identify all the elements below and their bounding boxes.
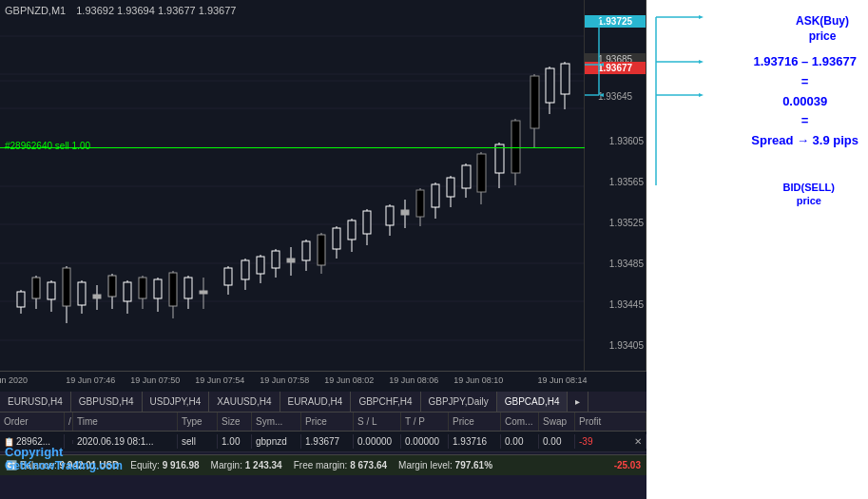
tab-eurusd[interactable]: EURUSD,H4 [0, 392, 71, 412]
bid-price-box: 1.93677 [585, 62, 646, 74]
svg-rect-61 [416, 190, 424, 217]
spread-line1: 1.93716 – 1.93677 [751, 52, 858, 72]
svg-rect-39 [241, 260, 249, 279]
col-type: Type [178, 413, 218, 431]
svg-rect-23 [108, 276, 116, 297]
y-label-1: 1.93605 [609, 136, 644, 146]
cell-comm: 0.00 [501, 434, 539, 449]
sell-order-label: #28962640 sell 1.00 [5, 141, 90, 151]
x-label-7: 19 Jun 08:10 [453, 375, 503, 385]
y-label-2: 1.93565 [609, 177, 644, 187]
col-cur-price: Price [449, 413, 501, 431]
copyright-text: Copyright [5, 445, 123, 459]
svg-rect-47 [302, 241, 310, 260]
tab-gbpchf[interactable]: GBPCHF,H4 [351, 392, 420, 412]
col-time: Time [73, 413, 178, 431]
svg-rect-29 [154, 279, 162, 298]
ohlc-values: 1.93692 1.93694 1.93677 1.93677 [76, 5, 236, 16]
svg-rect-35 [200, 291, 207, 294]
symbol-label: GBPNZD,M1 [5, 5, 66, 16]
tab-xauusd[interactable]: XAUUSD,H4 [209, 392, 280, 412]
cell-sort [65, 440, 73, 444]
svg-rect-11 [17, 292, 25, 307]
y-label-5: 1.93445 [609, 298, 644, 309]
cell-profit: -39 ✕ [575, 434, 646, 449]
svg-rect-17 [63, 268, 70, 306]
spread-line2: = [751, 72, 858, 92]
right-panel: ASK(Buy)price 1.93716 – 1.93677 = 0.0003… [646, 0, 868, 499]
tab-usdjpy[interactable]: USDJPY,H4 [143, 392, 210, 412]
x-axis: 9 Jun 2020 19 Jun 07:46 19 Jun 07:50 19 … [0, 371, 646, 392]
y-label-4: 1.93485 [609, 258, 644, 268]
bid-label: BID(SELL)price [783, 181, 835, 208]
svg-rect-71 [495, 144, 504, 173]
x-label-4: 19 Jun 07:58 [260, 375, 309, 385]
y-label-6: 1.93405 [609, 339, 644, 350]
svg-rect-55 [363, 211, 371, 234]
col-tp: T / P [401, 413, 449, 431]
tab-gbpusd[interactable]: GBPUSD,H4 [71, 392, 143, 412]
svg-rect-59 [401, 210, 409, 215]
col-sort[interactable]: / [65, 413, 73, 431]
svg-rect-57 [386, 206, 394, 225]
chart-area: GBPNZD,M1 1.93692 1.93694 1.93677 1.9367… [0, 0, 646, 371]
svg-rect-27 [139, 278, 146, 298]
svg-rect-77 [546, 68, 554, 103]
col-sl: S / L [354, 413, 401, 431]
margin-level-item: Margin level: 797.61% [398, 460, 492, 470]
svg-rect-75 [530, 76, 539, 128]
svg-rect-15 [48, 282, 55, 299]
ask-price-box: 1.93725 [585, 15, 646, 28]
svg-rect-49 [318, 235, 325, 265]
col-swap: Swap [539, 413, 575, 431]
orders-header: Order / Time Type Size Sym... Price S / … [0, 413, 646, 432]
svg-rect-69 [477, 154, 486, 192]
tabs-bar: EURUSD,H4 GBPUSD,H4 USDJPY,H4 XAUUSD,H4 … [0, 392, 646, 413]
x-label-8: 19 Jun 08:14 [538, 375, 588, 385]
close-order-button[interactable]: ✕ [634, 436, 642, 447]
ask-label: ASK(Buy)price [796, 14, 849, 44]
cell-price: 1.93677 [301, 434, 354, 449]
col-profit: Profit [575, 413, 646, 431]
svg-rect-67 [462, 165, 471, 188]
x-label-6: 19 Jun 08:06 [389, 375, 438, 385]
svg-rect-31 [169, 273, 177, 306]
spread-line3: 0.00039 [751, 92, 858, 112]
col-comm: Com... [501, 413, 539, 431]
svg-rect-33 [184, 278, 192, 298]
cell-type: sell [178, 434, 218, 449]
total-profit: -25.03 [614, 460, 641, 470]
margin-item: Margin: 1 243.34 [211, 460, 282, 470]
svg-rect-51 [333, 228, 340, 249]
x-label-5: 19 Jun 08:02 [324, 375, 374, 385]
cell-swap: 0.00 [539, 434, 575, 449]
free-margin-item: Free margin: 8 673.64 [294, 460, 387, 470]
svg-rect-25 [124, 282, 131, 301]
copyright-section: Copyright GetKnowTrading.com [5, 445, 123, 472]
svg-rect-37 [224, 268, 232, 285]
svg-rect-43 [272, 251, 280, 268]
tab-gbpcad[interactable]: GBPCAD,H4 [497, 392, 569, 412]
col-size: Size [218, 413, 252, 431]
cell-symbol: gbpnzd [252, 434, 301, 449]
svg-rect-79 [561, 64, 569, 94]
svg-rect-63 [432, 184, 439, 207]
x-label-2: 19 Jun 07:50 [130, 375, 180, 385]
col-order: Order [0, 413, 65, 431]
svg-rect-21 [93, 295, 101, 298]
svg-marker-89 [699, 15, 704, 19]
cell-cur-price: 1.93716 [449, 434, 501, 449]
tab-euraud[interactable]: EURAUD,H4 [280, 392, 352, 412]
y-axis: 1.93725 1.93685 1.93677 1.93645 1.93605 … [584, 0, 646, 371]
candlestick-chart [0, 19, 585, 361]
ask-low-box: 1.93645 [585, 90, 646, 103]
chart-symbol-info: GBPNZD,M1 1.93692 1.93694 1.93677 1.9367… [5, 5, 236, 16]
spread-line4: = [751, 111, 858, 131]
svg-rect-13 [32, 278, 40, 298]
tab-gbpjpy[interactable]: GBPJPY,Daily [421, 392, 497, 412]
y-label-3: 1.93525 [609, 218, 644, 228]
equity-item: Equity: 9 916.98 [130, 460, 199, 470]
spread-line5: Spread → 3.9 pips [751, 131, 858, 151]
col-price: Price [301, 413, 354, 431]
tab-arrow[interactable]: ▸ [568, 392, 588, 412]
